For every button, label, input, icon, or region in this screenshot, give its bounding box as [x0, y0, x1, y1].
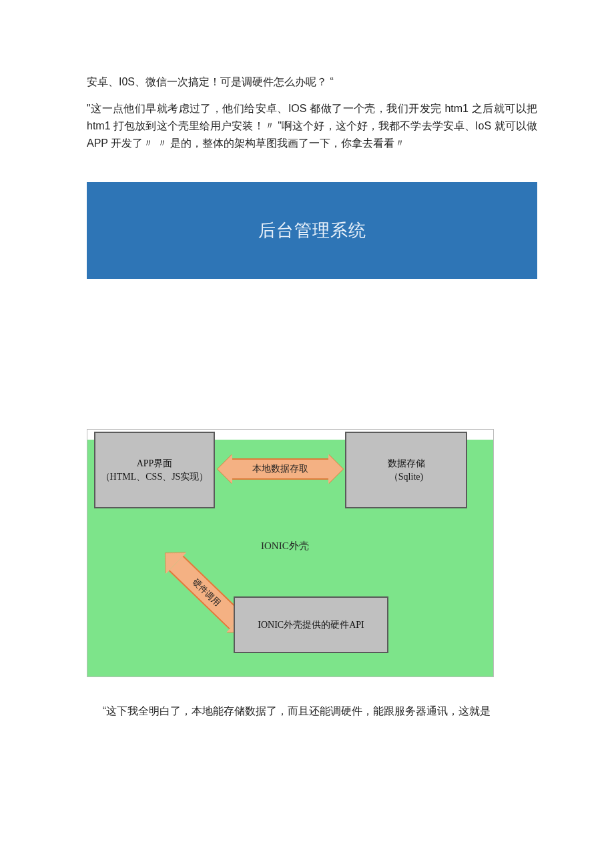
arrow-head-left-icon — [218, 454, 232, 484]
local-data-arrow: 本地数据存取 — [218, 454, 343, 484]
app-ui-box-title: APP界面 — [137, 457, 173, 470]
architecture-diagram: APP界面 （HTML、CSS、JS实现） 数据存储 （Sqlite) 本地数据… — [87, 429, 494, 677]
document-page: 安卓、I0S、微信一次搞定！可是调硬件怎么办呢？ “ "这一点他们早就考虑过了，… — [0, 0, 614, 868]
paragraph-1: 安卓、I0S、微信一次搞定！可是调硬件怎么办呢？ “ — [87, 0, 537, 91]
backend-system-title: 后台管理系统 — [258, 219, 366, 242]
data-storage-box-subtitle: （Sqlite) — [389, 470, 423, 484]
app-ui-box-subtitle: （HTML、CSS、JS实现） — [101, 470, 209, 484]
backend-system-box: 后台管理系统 — [87, 182, 537, 279]
ionic-api-box: IONIC外壳提供的硬件API — [234, 596, 388, 653]
arrow-head-left-icon — [156, 542, 186, 574]
ionic-api-box-label: IONIC外壳提供的硬件API — [258, 618, 364, 632]
data-storage-box-title: 数据存储 — [388, 457, 425, 470]
hardware-call-arrow-label: 硬件调用 — [169, 556, 244, 630]
app-ui-box: APP界面 （HTML、CSS、JS实现） — [94, 432, 215, 508]
diagram-canvas: APP界面 （HTML、CSS、JS实现） 数据存储 （Sqlite) 本地数据… — [87, 440, 493, 677]
local-data-arrow-label: 本地数据存取 — [232, 458, 328, 480]
data-storage-box: 数据存储 （Sqlite) — [345, 432, 467, 508]
arrow-head-right-icon — [328, 454, 343, 484]
paragraph-2: "这一点他们早就考虑过了，他们给安卓、IOS 都做了一个壳，我们开发完 htm1… — [87, 100, 537, 152]
paragraph-3: “这下我全明白了，本地能存储数据了，而且还能调硬件，能跟服务器通讯，这就是 — [87, 703, 537, 720]
ionic-shell-label: IONIC外壳 — [261, 540, 309, 552]
